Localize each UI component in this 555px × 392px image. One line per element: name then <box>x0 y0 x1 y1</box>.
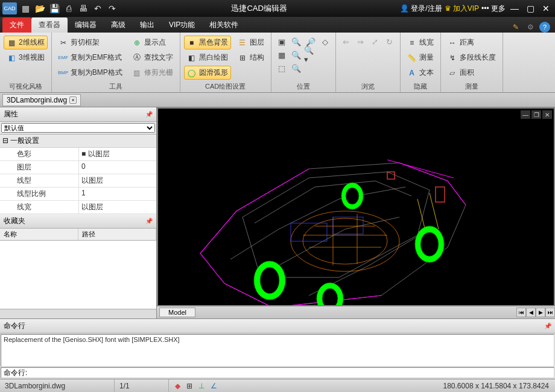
status-toggle-icons: ◆ ⊞ ⊥ ∠ <box>169 381 222 391</box>
tab-output[interactable]: 输出 <box>133 17 162 33</box>
viewport[interactable]: — ❐ ✕ <box>157 107 555 306</box>
btn-linewidth[interactable]: ≡线宽 <box>404 36 437 49</box>
prop-val[interactable]: 1 <box>78 188 156 200</box>
prop-val[interactable]: 以图层 <box>78 174 156 187</box>
btn-trim-raster[interactable]: ▥修剪光栅 <box>129 66 176 80</box>
label: 复制为BMP格式 <box>71 68 122 78</box>
model-tab[interactable]: Model <box>159 308 195 317</box>
status-icon-3[interactable]: ⊥ <box>197 381 206 391</box>
close-tab-icon[interactable]: × <box>69 96 77 104</box>
prop-val[interactable]: 0 <box>78 161 156 174</box>
tab-file[interactable]: 文件 <box>2 17 31 33</box>
emf-icon: EMF <box>59 53 68 63</box>
new-icon[interactable]: ▦ <box>19 2 31 14</box>
linewidth-icon: ≡ <box>407 38 417 48</box>
scroll-last-icon[interactable]: ⏭ <box>545 308 555 317</box>
btn-copy-emf[interactable]: EMF复制为EMF格式 <box>56 51 125 65</box>
btn-find-text[interactable]: Ⓐ查找文字 <box>129 51 176 65</box>
nav-fwd-icon[interactable]: ⇒ <box>354 36 367 48</box>
open-icon[interactable]: 📂 <box>34 2 46 14</box>
login-button[interactable]: 👤 登录/注册 <box>400 4 442 14</box>
zoom-in-icon[interactable]: 🔍 <box>290 36 303 48</box>
save-icon[interactable]: 💾 <box>48 2 60 14</box>
btn-bw-draw[interactable]: ◧黑白绘图 <box>184 51 231 65</box>
close-button[interactable]: ✕ <box>539 2 553 15</box>
tab-related[interactable]: 相关软件 <box>202 17 246 33</box>
pos-9-icon[interactable]: 🔍 <box>290 62 303 74</box>
btn-area[interactable]: ▱面积 <box>445 66 499 80</box>
pos-8-icon[interactable]: ⬚ <box>275 62 288 74</box>
prop-section[interactable]: ⊟ 一般设置 <box>0 134 156 148</box>
save-all-icon[interactable]: ⎙ <box>63 2 75 14</box>
label: 复制为EMF格式 <box>71 52 122 63</box>
pos-4-icon[interactable]: ◇ <box>319 36 332 48</box>
pin-icon[interactable]: 📌 <box>145 111 153 118</box>
vip-button[interactable]: ♛ 加入VIP <box>445 4 479 14</box>
btn-black-bg[interactable]: ■黑色背景 <box>184 36 231 49</box>
prop-val[interactable]: ■ 以图层 <box>78 148 156 160</box>
pin-icon[interactable]: 📌 <box>544 323 551 329</box>
group-label: 位置 <box>275 81 332 91</box>
left-scrollbar[interactable] <box>0 309 156 318</box>
pos-6-icon[interactable]: 🔍 <box>290 49 303 61</box>
status-icon-1[interactable]: ◆ <box>173 381 182 391</box>
prop-row[interactable]: 线宽以图层 <box>0 201 156 214</box>
tab-advanced[interactable]: 高级 <box>104 17 133 33</box>
maximize-button[interactable]: ▢ <box>524 2 537 15</box>
btn-2d-wireframe[interactable]: ▦2维线框 <box>4 36 48 49</box>
tab-vip[interactable]: VIP功能 <box>162 17 202 33</box>
command-input[interactable]: 命令行: <box>1 367 554 378</box>
btn-3d-view[interactable]: ◧3维视图 <box>4 51 48 65</box>
vp-minimize-icon[interactable]: — <box>521 110 530 119</box>
prop-row[interactable]: 色彩■ 以图层 <box>0 148 156 161</box>
tab-editor[interactable]: 编辑器 <box>68 17 104 33</box>
prop-row[interactable]: 线型比例1 <box>0 188 156 201</box>
cube-3d-icon: ◧ <box>7 53 16 63</box>
command-output[interactable]: Replacement of the [Geniso.SHX] font wit… <box>1 334 554 367</box>
pos-1-icon[interactable]: ▣ <box>275 36 288 48</box>
nav-3-icon[interactable]: ⤢ <box>369 36 382 48</box>
nav-back-icon[interactable]: ⇐ <box>340 36 353 48</box>
vp-close-icon[interactable]: ✕ <box>542 110 552 119</box>
group-label: 工具 <box>56 81 176 91</box>
status-icon-4[interactable]: ∠ <box>209 381 218 391</box>
status-icon-2[interactable]: ⊞ <box>185 381 194 391</box>
more-button[interactable]: ••• 更多 <box>481 4 506 14</box>
btn-measure[interactable]: 📏测量 <box>404 51 437 65</box>
edit-icon[interactable]: ✎ <box>510 22 521 33</box>
col-name[interactable]: 名称 <box>0 229 78 240</box>
undo-icon[interactable]: ↶ <box>92 2 104 14</box>
minimize-button[interactable]: — <box>508 2 521 15</box>
prop-val[interactable]: 以图层 <box>78 201 156 213</box>
btn-text[interactable]: A文本 <box>404 66 437 80</box>
prop-row[interactable]: 图层0 <box>0 161 156 174</box>
print-icon[interactable]: 🖶 <box>77 2 89 14</box>
pin-icon[interactable]: 📌 <box>145 218 153 224</box>
btn-structure[interactable]: ⊞结构 <box>235 51 267 65</box>
btn-layers[interactable]: ☰图层 <box>235 36 267 49</box>
btn-clip-frame[interactable]: ✂剪切框架 <box>56 36 125 49</box>
redo-icon[interactable]: ↷ <box>106 2 118 14</box>
prop-row[interactable]: 线型以图层 <box>0 174 156 188</box>
label: 显示点 <box>144 37 166 48</box>
tab-viewer[interactable]: 查看器 <box>31 17 68 33</box>
scroll-prev-icon[interactable]: ◀ <box>526 308 536 317</box>
property-grid: ⊟ 一般设置 色彩■ 以图层 图层0 线型以图层 线型比例1 线宽以图层 <box>0 134 156 214</box>
btn-copy-bmp[interactable]: BMP复制为BMP格式 <box>56 66 125 80</box>
vp-restore-icon[interactable]: ❐ <box>531 110 541 119</box>
pos-7-icon[interactable]: 🔍▾ <box>304 49 317 61</box>
pos-5-icon[interactable]: ▦ <box>275 49 288 61</box>
btn-smooth-arc[interactable]: ◯圆滑弧形 <box>184 66 231 80</box>
btn-distance[interactable]: ↔距离 <box>445 36 499 49</box>
btn-polyline-length[interactable]: ↯多段线长度 <box>445 51 499 65</box>
scroll-next-icon[interactable]: ▶ <box>536 308 545 317</box>
left-panels: 属性 📌 默认值 ⊟ 一般设置 色彩■ 以图层 图层0 线型以图层 线型比例1 … <box>0 107 157 318</box>
settings-icon[interactable]: ⚙ <box>525 22 536 33</box>
btn-show-points[interactable]: ⊕显示点 <box>129 36 176 49</box>
help-icon[interactable]: ? <box>539 22 550 33</box>
scroll-first-icon[interactable]: ⏮ <box>516 308 526 317</box>
document-tab[interactable]: 3DLamborgini.dwg × <box>2 94 81 106</box>
default-select[interactable]: 默认值 <box>1 123 155 133</box>
nav-4-icon[interactable]: ↻ <box>383 36 396 48</box>
col-path[interactable]: 路径 <box>78 229 157 240</box>
